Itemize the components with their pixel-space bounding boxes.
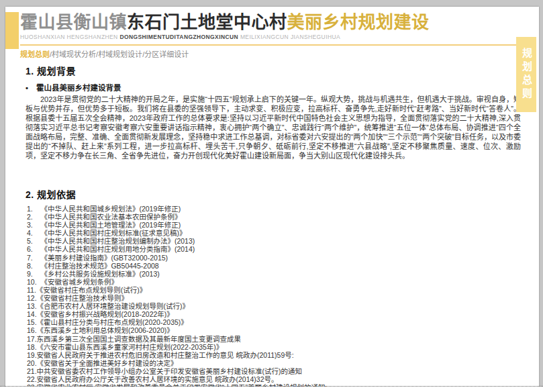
bullet-icon: • [26,84,36,92]
section1-subheading: 霍山县美丽乡村建设背景 [36,84,121,92]
list-item: 14.《安徽省乡村振兴战略规划(2018-2022年)》 [26,310,521,318]
section-planning-background: 1. 规划背景 •霍山县美丽乡村建设背景 2023年是贯彻党的二十大精神的开局之… [26,64,521,160]
subtitle-pinyin-3: MEILIXIANGCUN JIANSHEGUIHUA [240,34,340,40]
list-item: 21.中共安徽省委农村工作领导小组办公室关于印发安徽省美丽乡村建设标准(试行)的… [26,367,521,375]
list-item: 12.《安徽省村庄整治技术导则》 [26,294,521,302]
list-item: 15.《霍山县村庄分类与村庄布点规划(2020-2035)》 [26,318,521,326]
reference-list: 1. 《中华人民共和国城乡规划法》(2019年修正) 2. 《中华人民共和国农业… [26,205,521,392]
slide-boundary-dotted-line [0,386,543,387]
list-item: 2. 《中华人民共和国农业法基本农田保护条例》 [26,213,521,221]
list-item: 16.《东西溪乡土地利用总体规划(2006-2020)》 [26,326,521,334]
nav-item-village-planning-design[interactable]: 村域规划设计 [98,50,142,58]
list-item: 10. 《安徽省城乡规划条例》 [26,278,521,286]
title-county-town: 霍山县衡山镇 [20,12,127,32]
section1-subheading-row: •霍山县美丽乡村建设背景 [26,82,521,93]
page-title: 霍山县衡山镇东石门土地堂中心村美丽乡村规划建设 [20,12,524,32]
header-divider [20,44,517,46]
list-item: 18.《六安市霍山县东西溪乡童家河村村庄规划(2022-2035年)》 [26,343,521,351]
list-item: 19.安徽省人民政府关于推进农村危旧房改造和村庄整治工作的意见 皖政办(2011… [26,351,521,359]
side-tab-planning-principles[interactable]: 规划总则 [516,37,536,112]
slide-content: 1. 规划背景 •霍山县美丽乡村建设背景 2023年是贯彻党的二十大精神的开局之… [26,64,521,392]
list-item: 3. 《中华人民共和国土地管理法》(2019年修正) [26,221,521,229]
nav-item-village-status-analysis[interactable]: 村域现状分析 [52,50,96,58]
section1-heading: 1. 规划背景 [26,64,521,77]
list-item: 6. 《中华人民共和国村庄规划用地分类指南》(2014) [26,245,521,253]
slide-header: 霍山县衡山镇东石门土地堂中心村美丽乡村规划建设 HUOSHANXIAN HENG… [20,12,524,59]
section-planning-basis: 2. 规划依据 1. 《中华人民共和国城乡规划法》(2019年修正) 2. 《中… [26,187,521,392]
subtitle-pinyin-2: DONGSHIMENTUDITANGZHONGXINCUN [119,34,238,40]
section1-paragraph: 2023年是贯彻党的二十大精神的开局之年，是实施“十四五”规划承上启下的关键一年… [26,95,521,160]
canvas-bottom-strip [0,387,543,392]
list-item: 9. 《乡村公共服务设施规划标准》(2013) [26,270,521,278]
list-item: 13.《合肥市农村人居环境整治建设规划导则(试行)》 [26,302,521,310]
list-item: 1. 《中华人民共和国城乡规划法》(2019年修正) [26,205,521,213]
slide-page: 霍山县衡山镇东石门土地堂中心村美丽乡村规划建设 HUOSHANXIAN HENG… [5,7,539,392]
page-subtitle: HUOSHANXIAN HENGSHANZHEN DONGSHIMENTUDIT… [20,34,524,40]
list-item: 11.《安徽省村庄布点规划导则(试行)》 [26,286,521,294]
side-tab-label: 规划总则 [516,48,536,101]
list-item: 17.东西溪乡第三次全国国土调查数据及其最新年度国土变更调查成果 [26,335,521,343]
list-item: 5. 《中华人民共和国村庄整治规划编制办法》(2013) [26,237,521,245]
title-project: 美丽乡村规划建设 [287,12,430,32]
section2-heading: 2. 规划依据 [26,187,521,201]
list-item: 8. 《村庄整治技术规范》GB50445-2008 [26,262,521,270]
nav-item-zone-detail-design[interactable]: 分区详细设计 [144,50,189,58]
list-item: 20.《安徽省关于全面推进美好乡村建设的决定》 [26,359,521,367]
list-item: 7. 《美丽乡村建设指南》(GBT32000-2015) [26,254,521,262]
title-accent-block [5,12,19,49]
title-village: 东石门土地堂中心村 [127,12,287,32]
list-item: 22.安徽省人民政府办公厅关于改善农村人居环境的实施意见 皖政办(2014)32… [26,375,521,383]
list-item: 4. 《中华人民共和国村庄规划标准(征求意见稿)》 [26,229,521,237]
subtitle-pinyin-1: HUOSHANXIAN HENGSHANZHEN [20,34,118,40]
nav-item-planning-principles[interactable]: 规划总则 [20,50,50,58]
section-nav: 规划总则/村域现状分析/村域规划设计/分区详细设计 [20,48,524,59]
